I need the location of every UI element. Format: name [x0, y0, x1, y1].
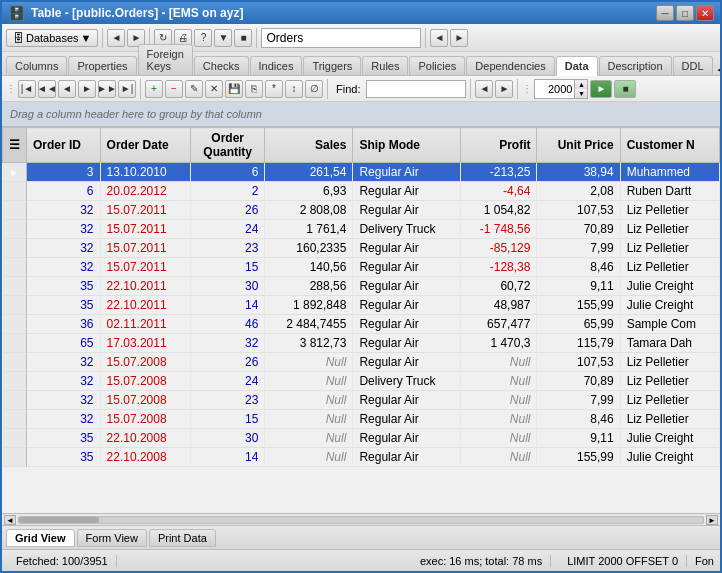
- minimize-button[interactable]: ─: [656, 5, 674, 21]
- col-header-customer-n[interactable]: Customer N: [620, 128, 719, 163]
- tab-foreign-keys[interactable]: Foreign Keys: [138, 44, 193, 75]
- cell-unit-price: 9,11: [537, 277, 620, 296]
- back-button[interactable]: ◄: [107, 29, 125, 47]
- table-row[interactable]: 3522.10.201130288,56Regular Air60,729,11…: [3, 277, 720, 296]
- tab-description[interactable]: Description: [599, 56, 672, 75]
- limit-up-button[interactable]: ▲: [575, 80, 587, 89]
- bottom-tab-grid[interactable]: Grid View: [6, 529, 75, 547]
- content-area: Drag a column header here to group by th…: [2, 102, 720, 525]
- cell-order-id: 65: [27, 334, 101, 353]
- bottom-tab-print[interactable]: Print Data: [149, 529, 216, 547]
- save-button[interactable]: 💾: [225, 80, 243, 98]
- tab-columns[interactable]: Columns: [6, 56, 67, 75]
- copy-button[interactable]: ⎘: [245, 80, 263, 98]
- cell-unit-price: 155,99: [537, 296, 620, 315]
- databases-button[interactable]: 🗄 Databases ▼: [6, 29, 98, 47]
- tab-dependencies[interactable]: Dependencies: [466, 56, 554, 75]
- scroll-left-btn[interactable]: ◄: [4, 515, 16, 525]
- cell-profit: 60,72: [460, 277, 537, 296]
- cell-ship-mode: Regular Air: [353, 391, 460, 410]
- cell-profit: -213,25: [460, 163, 537, 182]
- cell-sales: Null: [265, 372, 353, 391]
- nav-extra-2[interactable]: ►: [450, 29, 468, 47]
- null-button[interactable]: ∅: [305, 80, 323, 98]
- cell-profit: 1 054,82: [460, 201, 537, 220]
- table-row[interactable]: 3522.10.200830NullRegular AirNull9,11Jul…: [3, 429, 720, 448]
- first-record-button[interactable]: |◄: [18, 80, 36, 98]
- tab-data[interactable]: Data: [556, 56, 598, 76]
- cell-customer-n: Tamara Dah: [620, 334, 719, 353]
- bottom-tab-form[interactable]: Form View: [77, 529, 147, 547]
- table-row[interactable]: 3215.07.200815NullRegular AirNull8,46Liz…: [3, 410, 720, 429]
- col-header-order-date[interactable]: Order Date: [100, 128, 190, 163]
- scroll-right-btn[interactable]: ►: [706, 515, 718, 525]
- table-row[interactable]: 3215.07.200826NullRegular AirNull107,53L…: [3, 353, 720, 372]
- limit-spinner[interactable]: ▲ ▼: [534, 79, 588, 99]
- sort-button[interactable]: ↕: [285, 80, 303, 98]
- limit-down-button[interactable]: ▼: [575, 89, 587, 98]
- table-row[interactable]: 3602.11.2011462 484,7455Regular Air657,4…: [3, 315, 720, 334]
- cell-profit: Null: [460, 372, 537, 391]
- maximize-button[interactable]: □: [676, 5, 694, 21]
- table-row[interactable]: ►313.10.20106261,54Regular Air-213,2538,…: [3, 163, 720, 182]
- close-button[interactable]: ✕: [696, 5, 714, 21]
- down-button[interactable]: ▼: [214, 29, 232, 47]
- tab-properties[interactable]: Properties: [68, 56, 136, 75]
- stop-exec-button[interactable]: ■: [614, 80, 636, 98]
- object-search-input[interactable]: [261, 28, 421, 48]
- cell-unit-price: 2,08: [537, 182, 620, 201]
- cell-customer-n: Julie Creight: [620, 448, 719, 467]
- cell-unit-price: 107,53: [537, 201, 620, 220]
- next-page-button[interactable]: ►►: [98, 80, 116, 98]
- tab-rules[interactable]: Rules: [362, 56, 408, 75]
- table-row[interactable]: 3215.07.2011241 761,4Delivery Truck-1 74…: [3, 220, 720, 239]
- limit-input[interactable]: [535, 80, 575, 98]
- edit-button[interactable]: ✎: [185, 80, 203, 98]
- prev-record-button[interactable]: ◄: [58, 80, 76, 98]
- col-header-unit-price[interactable]: Unit Price: [537, 128, 620, 163]
- row-marker: [3, 182, 27, 201]
- table-row[interactable]: 620.02.201226,93Regular Air-4,642,08Rube…: [3, 182, 720, 201]
- stop-button[interactable]: ■: [234, 29, 252, 47]
- col-header-order-quantity[interactable]: OrderQuantity: [190, 128, 264, 163]
- app-icon: 🗄️: [8, 5, 25, 21]
- h-scrollbar[interactable]: ◄ ►: [2, 513, 720, 525]
- tab-indices[interactable]: Indices: [250, 56, 303, 75]
- table-row[interactable]: 3215.07.200824NullDelivery TruckNull70,8…: [3, 372, 720, 391]
- find-input[interactable]: [366, 80, 466, 98]
- table-wrapper[interactable]: ☰ Order ID Order Date OrderQuantity Sale…: [2, 127, 720, 513]
- tab-checks[interactable]: Checks: [194, 56, 249, 75]
- col-header-sales[interactable]: Sales: [265, 128, 353, 163]
- row-marker: [3, 296, 27, 315]
- nav-extra-1[interactable]: ◄: [430, 29, 448, 47]
- cell-customer-n: Liz Pelletier: [620, 239, 719, 258]
- table-row[interactable]: 3215.07.200823NullRegular AirNull7,99Liz…: [3, 391, 720, 410]
- cell-order-quantity: 23: [190, 391, 264, 410]
- next-record-button[interactable]: ►: [78, 80, 96, 98]
- filter-button[interactable]: *: [265, 80, 283, 98]
- table-row[interactable]: 6517.03.2011323 812,73Regular Air1 470,3…: [3, 334, 720, 353]
- tab-policies[interactable]: Policies: [409, 56, 465, 75]
- cell-order-id: 32: [27, 239, 101, 258]
- tab-triggers[interactable]: Triggers: [303, 56, 361, 75]
- table-row[interactable]: 3215.07.201115140,56Regular Air-128,388,…: [3, 258, 720, 277]
- col-header-order-id[interactable]: Order ID: [27, 128, 101, 163]
- tab-ddl[interactable]: DDL: [673, 56, 713, 75]
- prev-page-button[interactable]: ◄◄: [38, 80, 56, 98]
- table-row[interactable]: 3215.07.2011262 808,08Regular Air1 054,8…: [3, 201, 720, 220]
- find-next-button[interactable]: ►: [495, 80, 513, 98]
- last-record-button[interactable]: ►|: [118, 80, 136, 98]
- execute-button[interactable]: ►: [590, 80, 612, 98]
- cell-order-quantity: 30: [190, 277, 264, 296]
- tab-scroll-left[interactable]: ◄: [716, 64, 722, 75]
- cancel-edit-button[interactable]: ✕: [205, 80, 223, 98]
- find-prev-button[interactable]: ◄: [475, 80, 493, 98]
- delete-record-button[interactable]: −: [165, 80, 183, 98]
- table-row[interactable]: 3215.07.201123160,2335Regular Air-85,129…: [3, 239, 720, 258]
- table-row[interactable]: 3522.10.2011141 892,848Regular Air48,987…: [3, 296, 720, 315]
- add-record-button[interactable]: +: [145, 80, 163, 98]
- help-button[interactable]: ?: [194, 29, 212, 47]
- col-header-ship-mode[interactable]: Ship Mode: [353, 128, 460, 163]
- table-row[interactable]: 3522.10.200814NullRegular AirNull155,99J…: [3, 448, 720, 467]
- col-header-profit[interactable]: Profit: [460, 128, 537, 163]
